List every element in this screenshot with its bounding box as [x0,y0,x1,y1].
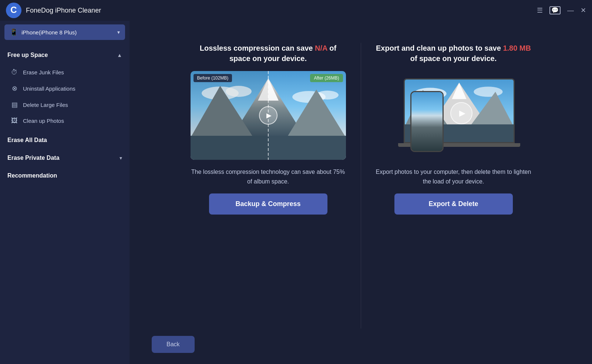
svg-text:C: C [10,5,17,15]
erase-junk-icon: ⏱ [10,68,18,76]
phone-icon: 📱 [10,28,18,36]
close-icon[interactable]: ✕ [581,7,586,14]
device-name: iPhone(iPhone 8 Plus) [21,29,77,36]
uninstall-apps-icon: ⊗ [10,84,18,92]
sidebar-item-clean-photos[interactable]: 🖼 Clean up Photos [0,113,130,129]
compress-card: Lossless compression can save N/A of spa… [191,43,346,215]
svg-rect-12 [191,71,268,160]
nav-section-erase-all-title: Erase All Data [7,137,47,144]
backup-compress-button[interactable]: Backup & Compress [209,193,327,215]
before-label: Before (102MB) [194,74,232,82]
nav-section-erase-all-header[interactable]: Erase All Data [0,132,130,149]
phone-screen [411,92,443,151]
app-logo: C [6,3,21,18]
delete-large-label: Delete Large Files [23,102,68,108]
device-chevron-icon: ▾ [117,29,120,35]
window-controls: ☰ 💬 — ✕ [537,6,586,14]
back-button[interactable]: Back [152,336,195,353]
app-title: FoneDog iPhone Cleaner [26,7,101,14]
sidebar-nav: Free up Space ▲ ⏱ Erase Junk Files ⊗ Uni… [0,44,130,364]
compress-description: The lossless compression technology can … [191,167,346,186]
after-label: After (26MB) [310,74,343,82]
sidebar-item-erase-junk[interactable]: ⏱ Erase Junk Files [0,64,130,80]
erase-junk-label: Erase Junk Files [23,69,64,75]
export-heading: Export and clean up photos to save 1.80 … [376,43,531,64]
play-button-export[interactable] [450,102,472,124]
cards-row: Lossless compression can save N/A of spa… [152,36,570,328]
nav-section-erase-private-title: Erase Private Data [7,155,60,161]
card-divider [361,43,361,328]
svg-point-16 [474,87,502,97]
nav-section-recommendation: Recommendation [0,167,130,184]
free-space-chevron-icon: ▲ [117,52,122,58]
nav-section-recommendation-title: Recommendation [7,172,57,179]
nav-section-free-space-header[interactable]: Free up Space ▲ [0,47,130,63]
nav-section-recommendation-header[interactable]: Recommendation [0,167,130,184]
export-card: Export and clean up photos to save 1.80 … [376,43,531,215]
chat-icon[interactable]: 💬 [549,6,561,14]
menu-icon[interactable]: ☰ [537,7,543,14]
phone-image [410,91,444,152]
sidebar-item-uninstall-apps[interactable]: ⊗ Uninstall Applications [0,80,130,97]
nav-section-erase-private-header[interactable]: Erase Private Data ▾ [0,150,130,166]
clean-photos-label: Clean up Photos [23,118,64,124]
nav-section-erase-all: Erase All Data [0,132,130,149]
device-selector[interactable]: 📱 iPhone(iPhone 8 Plus) ▾ [4,24,125,40]
delete-large-icon: ▤ [10,101,18,109]
titlebar: C FoneDog iPhone Cleaner ☰ 💬 — ✕ [0,0,592,21]
export-delete-button[interactable]: Export & Delete [394,193,513,215]
export-description: Export photos to your computer, then del… [376,167,531,186]
content-area: Lossless compression can save N/A of spa… [130,21,592,364]
back-button-row: Back [152,328,570,353]
nav-items-free-space: ⏱ Erase Junk Files ⊗ Uninstall Applicati… [0,63,130,130]
main-layout: 📱 iPhone(iPhone 8 Plus) ▾ Free up Space … [0,21,592,364]
nav-section-free-space: Free up Space ▲ ⏱ Erase Junk Files ⊗ Uni… [0,47,130,130]
nav-section-free-space-title: Free up Space [7,52,48,58]
sidebar: 📱 iPhone(iPhone 8 Plus) ▾ Free up Space … [0,21,130,364]
export-image [376,71,531,160]
nav-section-erase-private: Erase Private Data ▾ [0,150,130,166]
sidebar-item-delete-large[interactable]: ▤ Delete Large Files [0,97,130,113]
uninstall-apps-label: Uninstall Applications [23,85,75,92]
clean-photos-icon: 🖼 [10,117,18,125]
play-button-compress[interactable] [259,106,278,125]
erase-private-chevron-icon: ▾ [120,155,122,161]
minimize-icon[interactable]: — [567,7,574,14]
compress-heading: Lossless compression can save N/A of spa… [191,43,346,64]
compress-image: Before (102MB) After (26MB) [191,71,346,160]
